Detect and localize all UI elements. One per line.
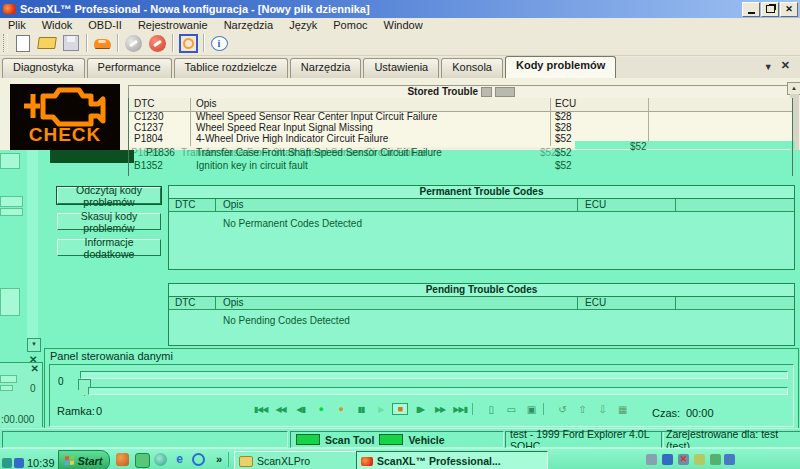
col-ecu[interactable]: ECU — [585, 297, 606, 309]
col-dtc[interactable]: DTC — [134, 98, 155, 109]
stop-button[interactable]: ■ — [392, 403, 408, 415]
connect-button[interactable] — [121, 32, 145, 54]
quicklaunch-app-icon[interactable] — [135, 453, 150, 468]
ghost-panel: ✕ 0 :00.000 — [0, 362, 43, 427]
table-row[interactable]: P1836 Transfer Case Front Shaft Speed Se… — [146, 147, 796, 158]
quicklaunch-overflow[interactable]: » — [216, 453, 222, 465]
info-button[interactable]: i — [207, 32, 231, 54]
scan-tool-label: Scan Tool — [325, 434, 374, 446]
tab-diagnostyka[interactable]: Diagnostyka — [2, 58, 85, 78]
new-log-button[interactable]: ▯ — [483, 404, 500, 415]
skip-end-button[interactable]: ▶▶▮ — [452, 405, 469, 414]
read-trouble-codes-button[interactable]: Odczytaj kody problemów — [57, 187, 161, 204]
check-engine-indicator: CHECK — [10, 84, 120, 152]
rewind-button[interactable]: ◀◀ — [272, 405, 289, 414]
grid-view-button[interactable]: ▦ — [614, 404, 631, 415]
ghost-close-icon[interactable]: ✕ — [31, 363, 39, 374]
tray-volume-icon[interactable] — [710, 454, 721, 465]
mark-button[interactable]: ● — [332, 404, 349, 414]
menu-plik[interactable]: Plik — [0, 19, 34, 31]
additional-info-button[interactable]: Informacje dodatkowe — [57, 239, 161, 256]
menu-widok[interactable]: Widok — [34, 19, 81, 31]
pause-button[interactable]: ▮▮ — [352, 405, 369, 414]
export-up-button[interactable]: ⇧ — [574, 404, 591, 415]
ghost-scrollbar[interactable] — [27, 150, 38, 348]
menu-pomoc[interactable]: Pomoc — [325, 19, 375, 31]
task-scanxlpro-folder[interactable]: ScanXLPro — [234, 451, 362, 469]
glitch-artifact — [481, 87, 492, 97]
clear-trouble-codes-button[interactable]: Skasuj kody problemów — [57, 213, 161, 230]
tab-konsola[interactable]: Konsola — [441, 58, 503, 78]
tray-network-disconnected-icon[interactable]: ✕ — [678, 454, 689, 465]
table-row[interactable]: C1230 Wheel Speed Sensor Rear Center Inp… — [128, 111, 792, 122]
play-button[interactable]: ▶ — [372, 405, 389, 414]
col-dtc[interactable]: DTC — [175, 297, 196, 309]
tab-narzedzia[interactable]: Narzędzia — [290, 58, 362, 78]
tab-close-icon[interactable]: ✕ — [781, 59, 790, 72]
quicklaunch-browser-icon[interactable] — [116, 453, 129, 466]
quicklaunch-media-icon[interactable] — [192, 453, 205, 466]
toolbar-grip[interactable] — [3, 34, 8, 52]
tray-update-icon[interactable] — [694, 454, 705, 465]
restore-button[interactable] — [761, 2, 779, 17]
timeline-track[interactable] — [80, 371, 788, 379]
fast-forward-button[interactable]: ▶▶ — [432, 405, 449, 414]
tray-device-icon[interactable] — [646, 454, 657, 465]
opis-cell: 4-Wheel Drive High Indicator Circuit Fai… — [196, 133, 388, 144]
col-opis[interactable]: Opis — [223, 199, 244, 211]
tab-scroll-dropdown-icon[interactable]: ▼ — [764, 62, 773, 72]
tab-ustawienia[interactable]: Ustawienia — [363, 58, 439, 78]
task-scanxl-professional[interactable]: ScanXL™ Professional... — [356, 451, 548, 469]
menu-window[interactable]: Window — [376, 19, 431, 31]
tab-bar: Diagnostyka Performance Tablice rozdziel… — [0, 57, 800, 79]
disconnect-button[interactable] — [145, 32, 169, 54]
save-icon — [63, 35, 79, 51]
record-button[interactable]: ● — [312, 404, 329, 414]
close-button[interactable]: ✕ — [780, 2, 798, 17]
glitch-artifact — [50, 150, 134, 163]
col-ecu[interactable]: ECU — [585, 199, 606, 211]
step-back-button[interactable]: ◀▮ — [292, 405, 309, 414]
new-file-button[interactable] — [11, 32, 35, 54]
quicklaunch-messenger-icon[interactable] — [154, 453, 167, 466]
scanxl-window: ScanXL™ Professional - Nowa konfiguracja… — [0, 0, 800, 469]
table-row[interactable]: B1352 Ignition key in circuit fault $52 — [128, 160, 792, 171]
tab-tablice-rozdzielcze[interactable]: Tablice rozdzielcze — [174, 58, 288, 78]
dtc-cell: P1836 — [146, 147, 175, 158]
title-bar[interactable]: ScanXL™ Professional - Nowa konfiguracja… — [0, 0, 800, 18]
dashboard-button[interactable] — [176, 32, 200, 54]
vehicle-button[interactable] — [90, 32, 114, 54]
menu-rejestrowanie[interactable]: Rejestrowanie — [130, 19, 216, 31]
start-button[interactable]: Start — [58, 450, 110, 469]
timeline-track-secondary[interactable] — [88, 387, 788, 395]
frame-label: Ramka: — [57, 405, 95, 417]
col-ecu[interactable]: ECU — [555, 98, 576, 109]
reset-button[interactable]: ↺ — [554, 404, 571, 415]
save-log-button[interactable]: ▣ — [523, 404, 540, 415]
col-opis[interactable]: Opis — [223, 297, 244, 309]
save-file-button[interactable] — [59, 32, 83, 54]
step-forward-button[interactable]: ▮▶ — [412, 405, 429, 414]
ghost-scroll-down-button[interactable]: ▼ — [27, 338, 41, 352]
connect-plug-icon — [125, 35, 142, 52]
vehicle-led — [379, 434, 403, 445]
tray-app-icon[interactable] — [662, 454, 673, 465]
minimize-button[interactable] — [742, 2, 760, 17]
opis-cell: Ignition key in circuit fault — [196, 160, 308, 171]
menu-narzedzia[interactable]: Narzędzia — [216, 19, 282, 31]
tray-misc-icon[interactable] — [724, 454, 735, 465]
tab-performance[interactable]: Performance — [87, 58, 172, 78]
menu-jezyk[interactable]: Język — [281, 19, 325, 31]
pending-codes-header: DTC Opis ECU — [169, 297, 794, 310]
window-title: ScanXL™ Professional - Nowa konfiguracja… — [20, 3, 370, 15]
quicklaunch-ie-icon[interactable]: e — [173, 453, 186, 466]
col-dtc[interactable]: DTC — [175, 199, 196, 211]
open-log-button[interactable]: ▭ — [503, 404, 520, 415]
tab-kody-problemow[interactable]: Kody problemów — [505, 56, 616, 78]
col-opis[interactable]: Opis — [196, 98, 217, 109]
export-down-button[interactable]: ⇩ — [594, 404, 611, 415]
menu-obd2[interactable]: OBD-II — [80, 19, 130, 31]
skip-start-button[interactable]: ▮◀◀ — [252, 405, 269, 414]
open-file-button[interactable] — [35, 32, 59, 54]
table-row[interactable]: C1237 Wheel Speed Rear Input Signal Miss… — [128, 122, 792, 133]
